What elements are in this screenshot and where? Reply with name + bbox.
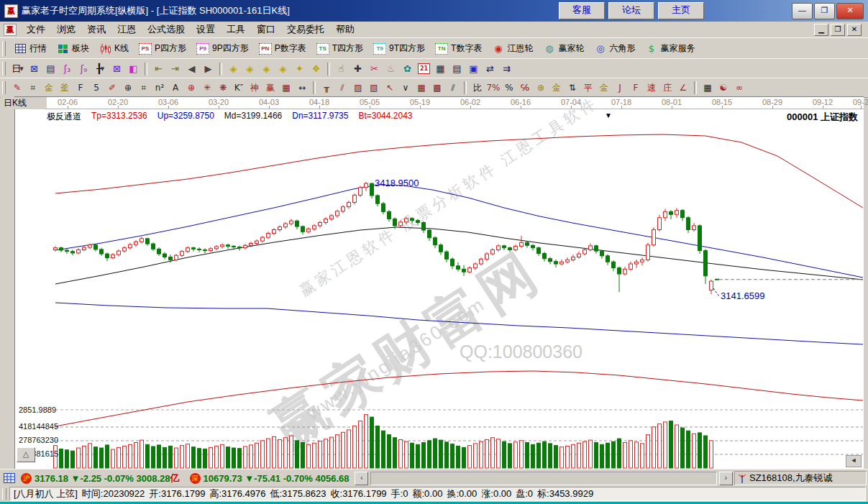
cycle-cross-button[interactable]: ❖ [309,62,324,76]
pattern-select-button[interactable]: ⊠ [109,62,124,76]
quote-scrollbar-track[interactable] [370,472,717,485]
f2-line-button[interactable]: F [629,81,643,94]
tool-T数字表[interactable]: TNT数字表 [430,41,487,56]
grid-lines-button[interactable]: ⌗ [137,81,151,94]
cut-button[interactable]: ✂ [367,62,382,76]
quote-scroll-left-button[interactable]: ‹ [355,472,368,485]
width-tool-button[interactable]: ↔ [295,81,309,94]
f-line-button[interactable]: F [73,81,88,94]
prev-bar-button[interactable]: ◀ [184,62,199,76]
restore-button[interactable]: ❐ [814,3,835,19]
cycle-expand-button[interactable]: ◈ [259,62,274,76]
cycle-shrink-button[interactable]: ◈ [275,62,291,76]
report-button[interactable]: ▤ [449,62,465,76]
menu-item-3[interactable]: 资讯 [81,22,111,37]
ratio-tool-button[interactable]: 比 [470,81,485,94]
chart-scroll-button[interactable]: ◄ [846,455,862,467]
close-button[interactable]: ✕ [836,3,864,19]
menu-item-8[interactable]: 窗口 [251,22,281,37]
parallel-lines-button[interactable]: ⫽ [446,81,460,94]
zhuang-line-button[interactable]: 庄 [660,81,675,94]
menu-item-9[interactable]: 交易委托 [281,22,330,37]
calculator-button[interactable]: ▦ [433,62,448,76]
five-line-button[interactable]: 5 [89,81,104,94]
tool-板块[interactable]: 板块 [52,41,94,56]
gann-pattern-button[interactable]: ⊠ [27,62,42,76]
tool-9P四方形[interactable]: P99P四方形 [191,41,254,56]
candle-type-button[interactable]: ╂▼ [93,62,108,76]
gann-circle-button[interactable]: ⊕ [121,81,135,94]
split-tool-button[interactable]: ⇅ [565,81,580,94]
percent-line-button[interactable]: ℅ [518,81,532,94]
j-line-button[interactable]: J [613,81,627,94]
pattern-flower-button[interactable]: ✿ [400,62,415,76]
angle-tool-button[interactable]: A [168,81,183,94]
cycle-left-button[interactable]: ◈ [226,62,241,76]
next-bar-button[interactable]: ▶ [201,62,216,76]
gold-circle-button[interactable]: ⊛ [534,81,548,94]
pencil-button[interactable]: ✎ [10,81,24,94]
tool-江恩轮[interactable]: ◉江恩轮 [487,41,538,56]
gann-grid-button[interactable]: ⌗ [26,81,40,94]
child-minimize-button[interactable]: ▁ [814,24,828,36]
zigzag-button[interactable]: ∨ [398,81,413,94]
grid-box-button[interactable]: ▧ [367,81,381,94]
menu-item-2[interactable]: 浏览 [51,22,81,37]
golden-section-button[interactable]: 金 [42,81,56,94]
calendar-button[interactable]: 21 [416,62,431,76]
percent-7-button[interactable]: 7% [486,81,501,94]
percent-button[interactable]: % [502,81,516,94]
tool-P四方形[interactable]: PSP四方形 [134,41,191,56]
crosshair-button[interactable]: ✚ [350,62,365,76]
tool-行情[interactable]: 行情 [9,41,52,56]
menu-item-1[interactable]: 文件 [21,22,51,37]
ying-tool-button[interactable]: 赢 [263,81,278,94]
t-square-button[interactable]: ╥ [319,81,334,94]
menu-item-7[interactable]: 工具 [221,22,251,37]
hand-button[interactable]: ☝ [334,62,349,76]
child-restore-button[interactable]: ❐ [831,24,845,36]
tool-赢家轮[interactable]: ◍赢家轮 [538,41,589,56]
star-tool-button[interactable]: ✳ [200,81,214,94]
flat-tool-button[interactable]: 平 [581,81,595,94]
menu-item-4[interactable]: 江恩 [111,22,142,37]
save-button[interactable]: ▣ [466,62,481,76]
collapse-pane-button[interactable]: △ [17,447,35,462]
menu-item-5[interactable]: 公式选股 [142,22,191,37]
tool-赢家服务[interactable]: $赢家服务 [640,41,700,56]
web-tool-button[interactable]: ❋ [216,81,230,94]
tool-K线[interactable]: K线 [94,41,134,56]
menu-item-10[interactable]: 帮助 [330,22,360,37]
last-page-button[interactable]: ⇥ [168,62,183,76]
gold-line-button[interactable]: 金 [549,81,564,94]
minor-cycle-9-button[interactable]: ʃ₉ [76,62,91,76]
dense-grid-button[interactable]: ▦ [414,81,429,94]
tool-P数字表[interactable]: PNP数字表 [254,41,311,56]
stamp-button[interactable]: ♨ [383,62,398,76]
first-page-button[interactable]: ⇤ [151,62,166,76]
brush-button[interactable]: ✐ [105,81,119,94]
tool-9T四方形[interactable]: T99T四方形 [368,41,430,56]
titlebar-button-2[interactable]: 论坛 [608,2,654,19]
cell-grid-button[interactable]: ▦ [700,81,715,94]
infinity-button[interactable]: ∞ [732,81,746,94]
number-grid-button[interactable]: ▦ [279,81,293,94]
k-style-button[interactable]: 日▼ [10,62,25,76]
memo-button[interactable]: ▤ [43,62,58,76]
gold-band-button[interactable]: 金 [597,81,611,94]
n-square-button[interactable]: n² [152,81,167,94]
fan-box-button[interactable]: ▨ [351,81,365,94]
minimize-button[interactable]: — [792,3,813,19]
box-grid-button[interactable]: ▩ [430,81,444,94]
speed-line-button[interactable]: 速 [644,81,659,94]
minor-cycle-3-button[interactable]: ʃ₃ [60,62,75,76]
yin-yang-button[interactable]: ☯ [716,81,731,94]
shen-tool-button[interactable]: 神 [247,81,262,94]
quote-scroll-right-button[interactable]: › [719,472,733,485]
angle-line-button[interactable]: ∠ [676,81,690,94]
tool-六角形[interactable]: ◎六角形 [589,41,640,56]
trend-arrow-button[interactable]: ↖ [383,81,397,94]
titlebar-button-1[interactable]: 客服 [559,2,605,19]
chart-area[interactable]: 日K线 02-0602-2003-0603-2004-0304-1805-050… [14,96,864,469]
k-quote-button[interactable]: K″ [232,81,246,94]
